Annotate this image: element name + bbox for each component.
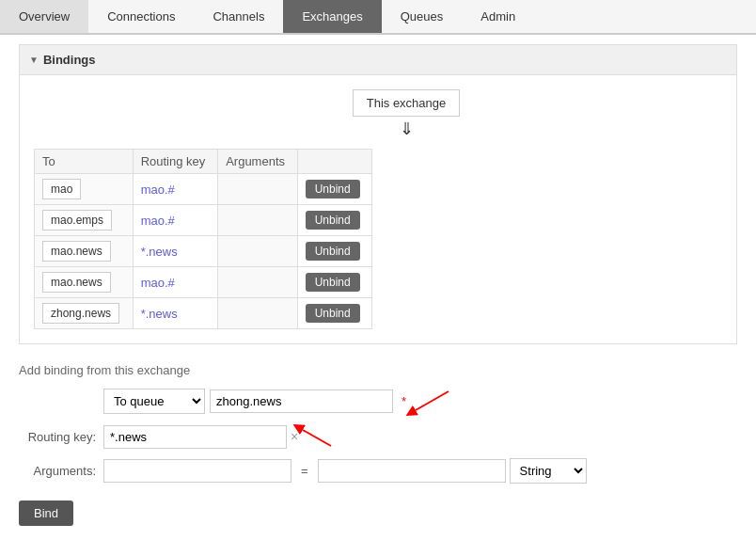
clear-routing-key-button[interactable]: × bbox=[291, 429, 298, 444]
svg-line-3 bbox=[303, 430, 331, 446]
to-label: mao.news bbox=[42, 272, 111, 293]
routing-key-cell: mao.# bbox=[133, 174, 218, 205]
main-content: ▼ Bindings This exchange ⇓ To Routing ke… bbox=[0, 35, 756, 535]
exchange-box-wrap: This exchange ⇓ bbox=[90, 89, 722, 139]
arguments-cell bbox=[218, 236, 298, 267]
arguments-key-input[interactable] bbox=[103, 459, 291, 483]
bind-button[interactable]: Bind bbox=[19, 500, 73, 526]
unbind-cell: Unbind bbox=[297, 205, 371, 236]
to-label: mao.news bbox=[42, 241, 111, 262]
routing-key-row: Routing key: × bbox=[19, 422, 737, 451]
add-binding-title: Add binding from this exchange bbox=[19, 363, 737, 377]
top-navigation: Overview Connections Channels Exchanges … bbox=[0, 0, 756, 35]
nav-channels[interactable]: Channels bbox=[194, 0, 283, 33]
routing-key-input[interactable] bbox=[103, 425, 287, 449]
arguments-label: Arguments: bbox=[19, 464, 103, 478]
red-arrow-decoration-1 bbox=[411, 387, 458, 415]
destination-input[interactable] bbox=[210, 389, 393, 413]
collapse-icon[interactable]: ▼ bbox=[29, 55, 39, 65]
to-cell: zhong.news bbox=[35, 298, 134, 329]
routing-key-cell: mao.# bbox=[133, 267, 218, 298]
add-binding-section: Add binding from this exchange To queue … bbox=[19, 363, 737, 526]
unbind-cell: Unbind bbox=[297, 298, 371, 329]
required-star: * bbox=[402, 394, 406, 408]
unbind-button[interactable]: Unbind bbox=[306, 211, 360, 230]
to-label: mao bbox=[42, 179, 81, 199]
bindings-section: ▼ Bindings This exchange ⇓ To Routing ke… bbox=[19, 44, 737, 344]
table-row: mao.news mao.# Unbind bbox=[35, 267, 372, 298]
unbind-button[interactable]: Unbind bbox=[306, 242, 360, 261]
bindings-header[interactable]: ▼ Bindings bbox=[20, 45, 736, 75]
arguments-row: Arguments: = String Integer Boolean bbox=[19, 458, 737, 484]
to-label: mao.emps bbox=[42, 210, 112, 230]
queue-select-wrap: To queue To exchange * bbox=[103, 387, 458, 415]
arguments-wrap: = String Integer Boolean bbox=[103, 458, 587, 484]
unbind-cell: Unbind bbox=[297, 174, 371, 205]
col-action bbox=[297, 150, 371, 174]
nav-queues[interactable]: Queues bbox=[382, 0, 463, 33]
routing-key-cell: *.news bbox=[133, 298, 218, 329]
unbind-cell: Unbind bbox=[297, 236, 371, 267]
nav-exchanges[interactable]: Exchanges bbox=[283, 0, 381, 33]
arguments-cell bbox=[218, 298, 298, 329]
exchange-label: This exchange bbox=[367, 96, 447, 110]
to-label: zhong.news bbox=[42, 303, 119, 324]
col-arguments: Arguments bbox=[218, 150, 298, 174]
bindings-title: Bindings bbox=[43, 53, 96, 67]
nav-admin[interactable]: Admin bbox=[462, 0, 534, 33]
to-queue-row: To queue To exchange * bbox=[19, 387, 737, 415]
arguments-value-input[interactable] bbox=[318, 459, 506, 483]
unbind-button[interactable]: Unbind bbox=[306, 180, 360, 199]
arguments-cell bbox=[218, 174, 298, 205]
unbind-button[interactable]: Unbind bbox=[306, 304, 360, 323]
exchange-box: This exchange bbox=[353, 89, 461, 117]
to-cell: mao.news bbox=[35, 236, 134, 267]
svg-line-1 bbox=[416, 391, 449, 410]
arguments-cell bbox=[218, 205, 298, 236]
to-cell: mao.emps bbox=[35, 205, 134, 236]
routing-key-wrap: × bbox=[103, 422, 345, 451]
col-routing-key: Routing key bbox=[133, 150, 218, 174]
to-cell: mao.news bbox=[35, 267, 134, 298]
unbind-cell: Unbind bbox=[297, 267, 371, 298]
nav-connections[interactable]: Connections bbox=[88, 0, 194, 33]
to-queue-select[interactable]: To queue To exchange bbox=[103, 389, 205, 414]
table-row: zhong.news *.news Unbind bbox=[35, 298, 372, 329]
arguments-cell bbox=[218, 267, 298, 298]
down-arrow-icon: ⇓ bbox=[400, 119, 414, 139]
table-row: mao.news *.news Unbind bbox=[35, 236, 372, 267]
unbind-button[interactable]: Unbind bbox=[306, 273, 360, 292]
bindings-body: This exchange ⇓ To Routing key Arguments bbox=[20, 75, 736, 343]
to-cell: mao bbox=[35, 174, 134, 205]
routing-key-cell: *.news bbox=[133, 236, 218, 267]
col-to: To bbox=[35, 150, 134, 174]
arguments-type-select[interactable]: String Integer Boolean bbox=[510, 458, 587, 484]
routing-key-cell: mao.# bbox=[133, 205, 218, 236]
table-row: mao mao.# Unbind bbox=[35, 174, 372, 205]
red-arrow-decoration-2 bbox=[298, 422, 345, 451]
routing-key-label: Routing key: bbox=[19, 430, 103, 444]
equals-sign: = bbox=[301, 464, 308, 478]
nav-overview[interactable]: Overview bbox=[0, 0, 88, 33]
table-row: mao.emps mao.# Unbind bbox=[35, 205, 372, 236]
bindings-table: To Routing key Arguments mao mao.# Unbin… bbox=[34, 149, 372, 329]
